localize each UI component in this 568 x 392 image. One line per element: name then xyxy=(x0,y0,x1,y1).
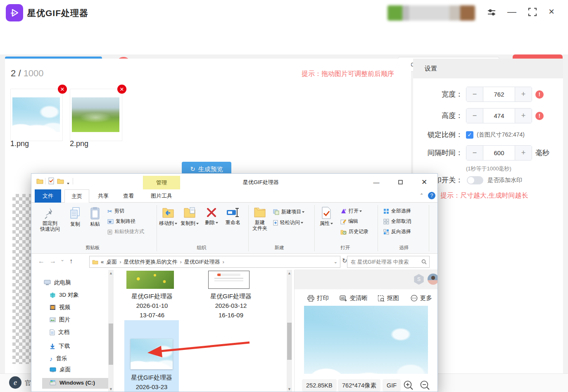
select-none-button[interactable]: 全部取消 xyxy=(383,218,411,225)
scrollbar-thumb[interactable] xyxy=(287,323,292,360)
file-item-2[interactable]: 星优GIF处理器 2026-03-12 16-16-09 xyxy=(198,291,264,320)
delete-icon xyxy=(206,207,217,218)
settings-sliders-icon[interactable] xyxy=(487,8,497,19)
file-item-1[interactable]: 星优GIF处理器 2026-01-10 13-07-46 xyxy=(119,291,185,320)
interval-increment-button[interactable]: + xyxy=(515,146,532,160)
select-all-button[interactable]: 全部选择 xyxy=(383,208,411,215)
menu-view[interactable]: 查看 xyxy=(117,189,140,203)
menu-share[interactable]: 共享 xyxy=(93,189,114,203)
explorer-search-input[interactable] xyxy=(350,259,421,265)
paste-button[interactable]: 粘贴 xyxy=(86,207,104,227)
document-icon xyxy=(50,329,55,335)
sidebar-item-videos[interactable]: 视频 xyxy=(50,304,70,311)
properties-button[interactable]: 属性 xyxy=(317,207,335,226)
width-increment-button[interactable]: + xyxy=(515,87,532,102)
manage-context-tab[interactable]: 管理 xyxy=(143,176,180,189)
pin-quick-access-button[interactable]: 固定到 快速访问 xyxy=(36,207,64,232)
help-icon[interactable]: ? xyxy=(428,192,435,199)
copy-to-button[interactable]: 复制到 xyxy=(179,207,200,226)
copy-path-button[interactable]: W 复制路径 xyxy=(107,218,135,225)
height-value[interactable]: 474 xyxy=(483,109,515,123)
crumb-folder[interactable]: 星优软件更换后的文件 xyxy=(124,258,178,266)
move-to-button[interactable]: 移动到 xyxy=(158,207,178,226)
sidebar-item-windows-c[interactable]: Windows (C:) xyxy=(50,380,95,386)
rename-button[interactable]: 重命名 xyxy=(222,207,244,225)
sidebar-scrollbar[interactable]: ▲ ▼ xyxy=(108,270,114,392)
refresh-button[interactable]: ↻ xyxy=(342,257,347,264)
width-decrement-button[interactable]: − xyxy=(466,87,483,102)
print-button[interactable]: 打印 xyxy=(307,294,329,302)
zoom-in-button[interactable] xyxy=(403,380,414,392)
new-folder-button[interactable]: 新建 文件夹 xyxy=(250,207,270,231)
menu-file[interactable]: 文件 xyxy=(35,189,61,203)
cutout-button[interactable]: 抠图 xyxy=(378,294,399,302)
file-counter: 2 / 1000 xyxy=(11,68,44,79)
sidebar-item-pictures[interactable]: 图片 xyxy=(50,316,70,324)
file-thumb-screenshot[interactable] xyxy=(208,271,250,289)
file-thumb-card-1[interactable]: ✕ xyxy=(10,89,63,141)
explorer-maximize-button[interactable] xyxy=(393,177,407,187)
paste-shortcut-button[interactable]: 粘贴快捷方式 xyxy=(107,228,144,235)
zoom-out-button[interactable] xyxy=(420,380,430,392)
official-site-icon[interactable]: e xyxy=(9,376,21,389)
sidebar-item-desktop[interactable]: 桌面 xyxy=(50,366,71,373)
explorer-titlebar[interactable]: 管理 星优GIF处理器 — ✕ xyxy=(31,174,437,189)
qat-dropdown-icon[interactable] xyxy=(66,179,69,187)
qat-folder2-icon[interactable] xyxy=(57,178,64,184)
crumb-current[interactable]: 星优GIF处理器 xyxy=(184,258,220,266)
nav-forward-button[interactable]: → xyxy=(50,257,56,265)
new-item-button[interactable]: 新建项目 xyxy=(273,208,304,215)
crumb-desktop[interactable]: 桌面 xyxy=(106,258,117,266)
sidebar-item-downloads[interactable]: 下载 xyxy=(50,342,70,350)
file-thumb-flowers[interactable] xyxy=(126,271,174,289)
height-decrement-button[interactable]: − xyxy=(466,109,483,123)
address-dropdown-icon[interactable]: ⌄ xyxy=(334,259,337,264)
explorer-search-box[interactable] xyxy=(347,256,430,268)
remove-file-button[interactable]: ✕ xyxy=(58,85,67,94)
edit-button[interactable]: 编辑 xyxy=(340,218,358,225)
plugin-hexagon-icon[interactable]: S xyxy=(414,274,424,285)
nav-back-button[interactable]: ← xyxy=(38,257,45,265)
lock-ratio-checkbox[interactable]: ✓ xyxy=(466,131,473,139)
explorer-close-button[interactable]: ✕ xyxy=(417,177,431,187)
address-breadcrumb[interactable]: « 桌面 › 星优软件更换后的文件 › 星优GIF处理器 › ⌄ xyxy=(89,256,340,268)
scrollbar-thumb[interactable] xyxy=(109,324,113,365)
sidebar-item-3d-objects[interactable]: 3D 对象 xyxy=(50,291,79,299)
explorer-minimize-button[interactable]: — xyxy=(369,177,383,187)
qat-folder-icon[interactable] xyxy=(36,178,43,184)
copy-button[interactable]: 复制 xyxy=(66,207,84,227)
nav-history-dropdown[interactable]: ⌄ xyxy=(60,257,64,262)
cut-button[interactable]: ✂ 剪切 xyxy=(107,208,124,215)
maximize-button[interactable] xyxy=(528,7,537,18)
sidebar-item-documents[interactable]: 文档 xyxy=(50,328,69,336)
file-item-3-selected[interactable]: 星优GIF处理器 2026-03-23 16-10-50 xyxy=(124,320,179,392)
history-button[interactable]: 历史记录 xyxy=(340,228,368,235)
interval-decrement-button[interactable]: − xyxy=(466,146,483,160)
filelist-scrollbar[interactable]: ▲ ▼ xyxy=(287,270,292,392)
preview-avatar[interactable] xyxy=(428,274,438,285)
file-thumb-card-2[interactable]: ✕ xyxy=(70,89,122,141)
close-button[interactable]: × xyxy=(549,7,554,16)
nav-up-button[interactable]: ↑ xyxy=(69,257,73,265)
open-button[interactable]: 打开 xyxy=(340,208,362,215)
more-button[interactable]: 更多 xyxy=(411,294,432,302)
interval-value[interactable]: 600 xyxy=(483,146,515,160)
remove-file-button[interactable]: ✕ xyxy=(117,85,126,94)
watermark-toggle[interactable] xyxy=(467,176,483,184)
minimize-button[interactable]: — xyxy=(507,7,516,17)
sidebar-item-music[interactable]: ♪ 音乐 xyxy=(50,355,67,362)
easy-access-button[interactable]: 轻松访问 xyxy=(273,219,303,226)
menu-home[interactable]: 主页 xyxy=(64,189,89,203)
sidebar-item-this-pc[interactable]: 此电脑 xyxy=(44,279,71,286)
height-row: 高度： − 474 + ! xyxy=(413,108,544,123)
height-increment-button[interactable]: + xyxy=(515,109,532,123)
menu-picture-tools[interactable]: 图片工具 xyxy=(143,189,180,203)
width-value[interactable]: 762 xyxy=(483,87,515,102)
delete-button[interactable]: 删除 xyxy=(202,207,221,225)
invert-selection-button[interactable]: 反向选择 xyxy=(383,228,411,235)
clarify-button[interactable]: HD 变清晰 xyxy=(340,294,368,302)
qat-checkmark-doc-icon[interactable] xyxy=(48,177,54,184)
user-account-blurred[interactable] xyxy=(387,5,475,21)
select-none-icon xyxy=(383,219,389,224)
ribbon-collapse-icon[interactable]: ⌃ xyxy=(420,193,423,198)
